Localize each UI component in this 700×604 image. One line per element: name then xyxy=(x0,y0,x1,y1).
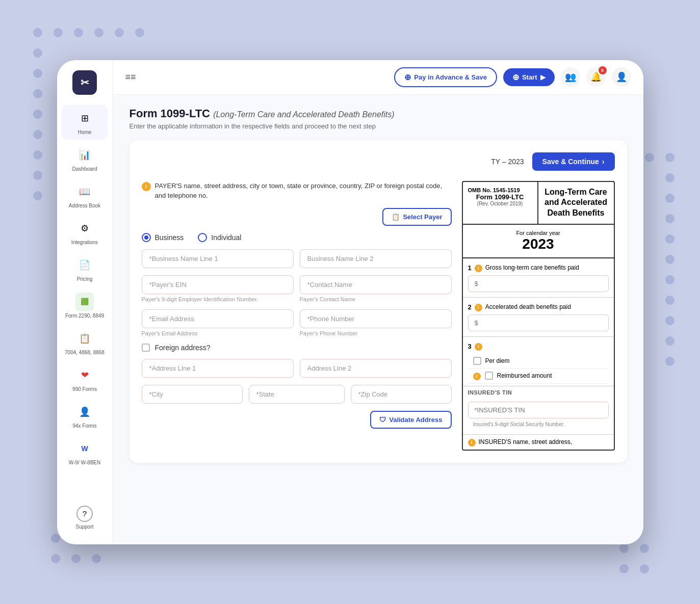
sidebar-item-form-94x[interactable]: 👤 94x Forms xyxy=(62,399,108,433)
form-7004-icon: 📋 xyxy=(75,329,94,348)
sidebar-item-form-w9[interactable]: W W-9/ W-8BEN xyxy=(62,435,108,470)
irs-field-1: 1 i Gross long-term care benefits paid xyxy=(463,258,614,298)
per-diem-checkbox[interactable] xyxy=(473,357,481,365)
irs-field-3: 3 i Per diem i Reimbursed amount xyxy=(463,337,614,386)
form-card: TY – 2023 Save & Continue › i PAYER'S na… xyxy=(129,140,627,463)
city-input[interactable] xyxy=(142,385,243,404)
pay-advance-button[interactable]: ⊕ Pay in Advance & Save xyxy=(394,67,497,87)
sidebar-address-book-label: Address Book xyxy=(69,203,100,209)
sidebar-item-form-7004[interactable]: 📋 7004, 4868, 8868 xyxy=(62,325,108,360)
app-logo: ✂ xyxy=(72,70,97,95)
business-name-2-input[interactable] xyxy=(300,249,452,268)
select-payer-label: Select Payer xyxy=(403,213,442,221)
sidebar-item-form-2290[interactable]: 🟩 Form 2290, 8849 xyxy=(62,288,108,323)
pay-advance-label: Pay in Advance & Save xyxy=(414,73,487,81)
payer-ein-input[interactable] xyxy=(142,275,294,294)
address-line1-input[interactable] xyxy=(142,359,294,378)
state-select[interactable]: *State xyxy=(249,385,345,404)
users-icon-button[interactable]: 👥 xyxy=(561,67,580,87)
dashboard-icon: 📊 xyxy=(75,146,94,164)
address-line2-input[interactable] xyxy=(300,359,452,378)
left-column: i PAYER'S name, street address, city or … xyxy=(142,181,452,451)
foreign-address-checkbox[interactable] xyxy=(142,344,150,352)
field2-input[interactable] xyxy=(468,314,609,331)
sidebar-item-support[interactable]: ? Support xyxy=(62,502,108,534)
foreign-address-row: Foreign address? xyxy=(142,344,452,352)
save-continue-arrow: › xyxy=(602,157,605,166)
sidebar-item-address-book[interactable]: 📖 Address Book xyxy=(62,178,108,213)
users-icon: 👥 xyxy=(565,71,576,83)
sidebar-item-pricing[interactable]: 📄 Pricing xyxy=(62,252,108,286)
irs-form-long-term-title: Long-Term Care and Accelerated Death Ben… xyxy=(543,187,609,219)
ein-contact-row: Payer's 9-digit Employer Identification … xyxy=(142,275,452,302)
form-title: Form 1099-LTC xyxy=(129,107,211,120)
email-field: Payer's Email Address xyxy=(142,309,294,336)
contact-name-hint: Payer's Contact Name xyxy=(300,296,452,302)
contact-name-input[interactable] xyxy=(300,275,452,294)
start-button[interactable]: ⊕ Start ▶ xyxy=(503,68,555,86)
calendar-label: For calendar year xyxy=(468,230,609,236)
per-diem-label: Per diem xyxy=(485,357,510,364)
field2-info-icon: i xyxy=(475,304,482,311)
zip-input[interactable] xyxy=(351,385,452,404)
form-w9-icon: W xyxy=(75,439,94,458)
validate-address-label: Validate Address xyxy=(389,416,442,424)
field1-info-icon: i xyxy=(475,265,482,272)
sidebar-form-94x-label: 94x Forms xyxy=(72,423,96,429)
sidebar-item-form-990[interactable]: ❤ 990 Forms xyxy=(62,362,108,397)
business-name-1-input[interactable] xyxy=(142,249,294,268)
sidebar-integrations-label: Integrations xyxy=(71,240,98,246)
field1-input[interactable] xyxy=(468,275,609,292)
phone-hint: Payer's Phone Number xyxy=(300,330,452,336)
start-arrow-icon: ▶ xyxy=(540,73,546,81)
payer-label-text: PAYER'S name, street address, city or to… xyxy=(155,181,452,201)
sidebar-support-label: Support xyxy=(75,524,93,530)
sidebar-form-w9-label: W-9/ W-8BEN xyxy=(69,460,100,466)
insured-name-info-icon: i xyxy=(468,439,476,447)
payer-info-icon: i xyxy=(142,182,151,191)
payer-ein-field: Payer's 9-digit Employer Identification … xyxy=(142,275,294,302)
menu-icon[interactable]: ≡≡ xyxy=(125,72,136,83)
validate-address-button[interactable]: 🛡 Validate Address xyxy=(370,411,451,429)
sidebar-item-dashboard[interactable]: 📊 Dashboard xyxy=(62,142,108,176)
individual-radio-option[interactable]: Individual xyxy=(198,233,241,242)
form-2290-icon: 🟩 xyxy=(75,293,94,311)
sidebar-form-7004-label: 7004, 4868, 8868 xyxy=(65,350,105,356)
select-payer-button[interactable]: 📋 Select Payer xyxy=(382,208,451,226)
select-payer-row: 📋 Select Payer xyxy=(142,208,452,226)
shield-icon: 🛡 xyxy=(379,416,386,424)
sidebar-form-2290-label: Form 2290, 8849 xyxy=(65,313,104,319)
contact-name-field: Payer's Contact Name xyxy=(300,275,452,302)
field3-info-icon: i xyxy=(475,343,482,351)
ty-label: TY – 2023 xyxy=(491,157,524,166)
email-input[interactable] xyxy=(142,309,294,328)
sidebar-form-990-label: 990 Forms xyxy=(72,386,97,392)
city-field xyxy=(142,385,243,404)
start-plus-icon: ⊕ xyxy=(512,72,519,82)
sidebar-item-integrations[interactable]: ⚙ Integrations xyxy=(62,215,108,250)
validate-address-row: 🛡 Validate Address xyxy=(142,411,452,429)
save-continue-button[interactable]: Save & Continue › xyxy=(532,152,615,171)
reimbursed-checkbox[interactable] xyxy=(485,372,493,380)
page-subtitle: Enter the applicable information in the … xyxy=(129,122,627,130)
email-phone-row: Payer's Email Address Payer's Phone Numb… xyxy=(142,309,452,336)
sidebar-item-home[interactable]: ⊞ Home xyxy=(62,105,108,140)
individual-radio[interactable] xyxy=(198,233,207,242)
insured-tin-field: Insured's 9-digit Social Security Number… xyxy=(463,399,614,434)
business-radio-option[interactable]: Business xyxy=(142,233,184,242)
phone-input[interactable] xyxy=(300,309,452,328)
form-94x-icon: 👤 xyxy=(75,403,94,421)
start-label: Start xyxy=(522,73,537,81)
address-line1-field xyxy=(142,359,294,378)
city-state-zip-row: *State xyxy=(142,385,452,404)
business-radio[interactable] xyxy=(142,233,151,242)
insured-tin-input[interactable] xyxy=(468,402,609,418)
omb-number: OMB No. 1545-1519 xyxy=(468,187,532,193)
payer-type-radio-group: Business Individual xyxy=(142,233,452,242)
profile-button[interactable]: 👤 xyxy=(612,67,631,87)
notifications-button[interactable]: 🔔 5 xyxy=(586,67,606,87)
save-continue-label: Save & Continue xyxy=(542,157,599,166)
irs-form-rev: (Rev. October 2019) xyxy=(468,201,532,206)
form-body: i PAYER'S name, street address, city or … xyxy=(142,181,615,451)
irs-calendar-section: For calendar year 2023 xyxy=(463,225,614,258)
